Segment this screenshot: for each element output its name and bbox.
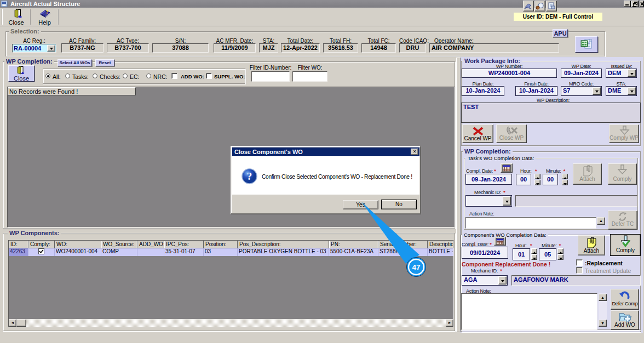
svg-text:?: ? (247, 170, 252, 182)
svg-text:?: ? (46, 10, 48, 15)
svg-text:47: 47 (412, 263, 420, 271)
